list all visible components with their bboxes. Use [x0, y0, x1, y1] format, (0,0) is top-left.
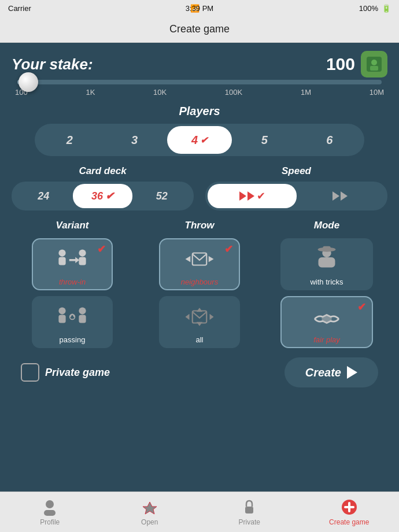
svg-rect-13 [58, 315, 65, 323]
private-game-label: Private game [45, 367, 110, 379]
svg-point-1 [371, 60, 377, 65]
svg-marker-11 [69, 257, 80, 263]
tab-create-game-label: Create game [329, 518, 369, 526]
svg-rect-35 [344, 506, 354, 508]
create-play-arrow [347, 366, 357, 379]
svg-rect-27 [323, 246, 331, 250]
slider-track[interactable] [17, 80, 382, 84]
throw-in-check: ✔ [97, 243, 106, 256]
throw-heading: Throw [185, 220, 215, 231]
battery-icon: 🔋 [382, 4, 391, 13]
svg-marker-5 [332, 191, 339, 201]
create-button-label: Create [305, 366, 341, 379]
svg-marker-6 [341, 191, 348, 201]
slider-label-1m: 1M [301, 88, 311, 97]
slider-label-1k: 1K [86, 88, 95, 97]
variant-passing[interactable]: passing [32, 296, 113, 348]
card-deck-24[interactable]: 24 [14, 184, 73, 208]
card-deck-36[interactable]: 36✔ [73, 184, 132, 208]
variant-heading: Variant [56, 220, 88, 231]
speed-fast[interactable] [297, 184, 386, 208]
speed-normal[interactable]: ✔ [208, 184, 297, 208]
svg-rect-17 [193, 253, 207, 265]
slider-thumb[interactable] [19, 72, 38, 92]
neighbours-check: ✔ [224, 243, 233, 256]
passing-icon [56, 301, 88, 333]
speed-group: ✔ [205, 182, 387, 210]
slider-label-100k: 100K [225, 88, 242, 97]
tab-profile[interactable]: Profile [0, 498, 100, 526]
private-icon [241, 498, 258, 516]
fair-play-check: ✔ [357, 301, 366, 313]
svg-marker-4 [247, 191, 254, 201]
bottom-row: Private game Create [12, 357, 387, 387]
carrier-label: Carrier [8, 4, 31, 13]
private-game-checkbox[interactable] [21, 363, 39, 382]
player-btn-6[interactable]: 6 [297, 126, 362, 154]
card-deck-col: Card deck 24 36✔ 52 [12, 165, 194, 210]
nav-bar: Create game [0, 16, 399, 43]
fair-play-label: fair play [313, 335, 340, 344]
create-game-icon [341, 498, 358, 516]
tab-open-label: Open [141, 518, 158, 526]
stake-value: 100 [326, 54, 355, 74]
fair-play-icon [311, 301, 343, 333]
speed-col: Speed ✔ [205, 165, 387, 210]
card-deck-group: 24 36✔ 52 [12, 182, 194, 210]
svg-rect-2 [370, 66, 378, 71]
players-row: 2 3 4✔ 5 6 [35, 124, 364, 156]
status-bar: Carrier 📶 3:39 PM 100% 🔋 [0, 0, 399, 16]
players-heading: Players [12, 105, 387, 118]
open-icon [141, 498, 158, 516]
svg-marker-21 [186, 313, 190, 320]
status-time: 3:39 PM [186, 4, 213, 13]
svg-rect-8 [58, 257, 65, 265]
neighbours-icon [183, 243, 216, 275]
svg-point-14 [79, 307, 86, 314]
svg-point-9 [79, 249, 86, 256]
stake-label: Your stake: [12, 56, 93, 73]
throw-neighbours[interactable]: ✔ neighbours [159, 238, 240, 290]
player-btn-3[interactable]: 3 [102, 126, 167, 154]
svg-rect-15 [79, 315, 86, 323]
svg-point-29 [322, 315, 332, 323]
tab-private[interactable]: Private [200, 498, 300, 526]
mode-col: Mode with tricks ✔ [266, 220, 387, 348]
variant-throw-in[interactable]: ✔ throw-in [32, 238, 113, 290]
profile-icon [41, 498, 58, 516]
battery-percent: 100% [359, 4, 378, 13]
tab-open[interactable]: Open [100, 498, 200, 526]
player-btn-4[interactable]: 4✔ [167, 126, 232, 154]
svg-point-7 [58, 249, 65, 256]
svg-marker-22 [210, 313, 214, 320]
variant-col: Variant ✔ throw-in [12, 220, 133, 348]
throw-all[interactable]: all [159, 296, 240, 348]
svg-marker-3 [239, 191, 246, 201]
passing-label: passing [60, 335, 86, 344]
all-label: all [195, 335, 203, 344]
mode-fair-play[interactable]: ✔ fair play [280, 296, 373, 348]
settings-row: Card deck 24 36✔ 52 Speed ✔ [12, 165, 387, 210]
tab-private-label: Private [239, 518, 260, 526]
speed-label: Speed [205, 165, 387, 177]
with-tricks-icon [311, 243, 343, 275]
main-content: Your stake: 100 100 1K 10K 100K 1M 10M [0, 43, 399, 387]
tab-create-game[interactable]: Create game [300, 498, 400, 526]
throw-col: Throw ✔ neighbours [139, 220, 260, 348]
mode-with-tricks[interactable]: with tricks [280, 238, 373, 290]
status-right: 100% 🔋 [359, 4, 391, 13]
svg-rect-31 [44, 510, 56, 516]
throw-in-label: throw-in [59, 278, 86, 286]
create-button[interactable]: Create [285, 357, 378, 387]
throw-in-icon [56, 243, 88, 275]
card-deck-52[interactable]: 52 [132, 184, 191, 208]
vmt-row: Variant ✔ throw-in [12, 220, 387, 348]
player-btn-2[interactable]: 2 [37, 126, 102, 154]
slider-section[interactable]: 100 1K 10K 100K 1M 10M [12, 80, 387, 97]
player-btn-5[interactable]: 5 [232, 126, 297, 154]
svg-marker-19 [209, 256, 214, 262]
svg-marker-24 [197, 322, 203, 326]
svg-rect-20 [193, 311, 207, 323]
slider-label-10m: 10M [370, 88, 384, 97]
stake-right: 100 [326, 51, 387, 77]
